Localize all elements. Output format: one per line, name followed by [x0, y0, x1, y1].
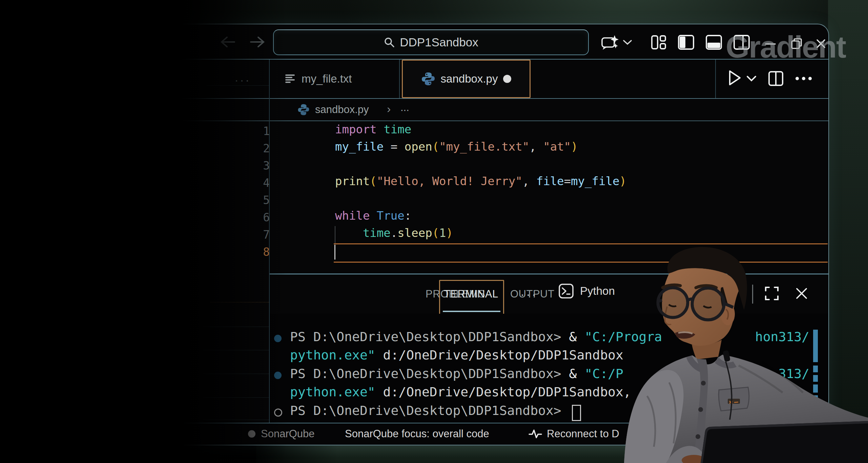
sidebar-row-divider [203, 350, 269, 350]
terminal-cursor [572, 405, 581, 421]
customize-layout-button[interactable] [650, 35, 667, 50]
sidebar-row-divider [203, 327, 269, 327]
run-icon [728, 69, 742, 87]
tab-divider [399, 60, 400, 98]
prompt-decoration[interactable] [274, 409, 282, 417]
split-editor-button[interactable] [768, 70, 784, 87]
watermark-logo: Gradient [726, 30, 846, 65]
copilot-button[interactable] [601, 35, 620, 51]
code-line[interactable]: print("Hello, World! Jerry", file=my_fil… [335, 174, 626, 192]
command-center-search[interactable]: DDP1Sandbox [273, 29, 589, 55]
shirt-button [696, 434, 700, 439]
copilot-dropdown[interactable] [622, 39, 633, 46]
unsaved-changes-dot[interactable] [503, 75, 511, 83]
editor-more-actions[interactable] [795, 76, 812, 81]
person-head [658, 247, 747, 346]
editor-tab-strip: ··· my_file.txt sandbox.py [136, 60, 828, 99]
tab-area-divider [715, 60, 716, 98]
search-text: DDP1Sandbox [400, 36, 478, 49]
search-icon [384, 37, 395, 48]
indent-guide [335, 226, 335, 243]
shirt-button [701, 381, 706, 385]
sidebar-row-divider [203, 374, 269, 374]
tab-my-file-txt[interactable]: my_file.txt [285, 60, 352, 98]
breadcrumb[interactable]: sandbox.py › ... [136, 99, 828, 121]
back-button[interactable] [219, 35, 236, 49]
tab-label: my_file.txt [302, 72, 352, 85]
panel-more-actions[interactable]: ··· [520, 287, 538, 302]
command-ran-decoration[interactable] [274, 372, 282, 379]
sonarqube-label: SonarQube [261, 428, 315, 440]
split-editor-icon [768, 70, 784, 87]
code-line[interactable]: while True: [335, 209, 411, 226]
sidebar-header-divider [207, 85, 269, 86]
chevron-down-icon [622, 39, 633, 46]
terminal-prompt-icon [558, 283, 574, 299]
sidebar-editor-divider[interactable] [269, 60, 270, 423]
code-line[interactable]: import time [335, 123, 411, 140]
code-line[interactable]: my_file = open("my_file.txt", "at") [335, 140, 578, 157]
sidebar-row-divider [203, 420, 269, 420]
status-dot-icon [247, 429, 256, 438]
breadcrumb-more[interactable]: ... [400, 102, 409, 114]
sidebar-row-divider [203, 397, 269, 398]
sidebar-left-icon [678, 35, 695, 50]
laptop [701, 421, 868, 463]
code-line[interactable]: time.sleep(1) [335, 226, 453, 243]
tab-sandbox-py[interactable]: sandbox.py [402, 60, 531, 98]
title-bar: DDP1Sandbox [136, 24, 828, 60]
screen: DDP1Sandbox [0, 0, 868, 463]
layout-icon [650, 35, 667, 50]
sonarqube-status[interactable]: SonarQube [247, 423, 315, 444]
python-icon [421, 72, 435, 86]
sidebar-drop-indicator [210, 302, 269, 303]
sonarqube-focus-label: SonarQube focus: overall code [345, 428, 489, 440]
ellipsis-icon [795, 76, 812, 81]
toggle-sidebar-button[interactable] [678, 35, 695, 50]
toggle-panel-button[interactable] [705, 35, 722, 50]
breadcrumb-chevron: › [387, 102, 391, 115]
run-python-button[interactable] [728, 69, 742, 87]
sonarqube-focus-status[interactable]: SonarQube focus: overall code [345, 423, 489, 444]
forward-button[interactable] [249, 35, 266, 49]
panel-bottom-icon [705, 35, 722, 50]
pulse-icon [529, 428, 542, 440]
chevron-down-icon [746, 75, 757, 83]
run-dropdown-button[interactable] [746, 75, 757, 83]
back-arrow-icon [222, 37, 234, 47]
text-file-icon [285, 73, 296, 85]
copilot-icon [601, 35, 620, 51]
forward-arrow-icon [251, 37, 264, 47]
breadcrumb-file[interactable]: sandbox.py [315, 104, 369, 116]
python-icon [297, 104, 310, 116]
presenter-webcam [593, 237, 868, 463]
command-ran-decoration[interactable] [274, 335, 282, 342]
shirt-button [698, 407, 703, 412]
editor-cursor [334, 245, 335, 260]
tab-label: sandbox.py [441, 72, 498, 85]
